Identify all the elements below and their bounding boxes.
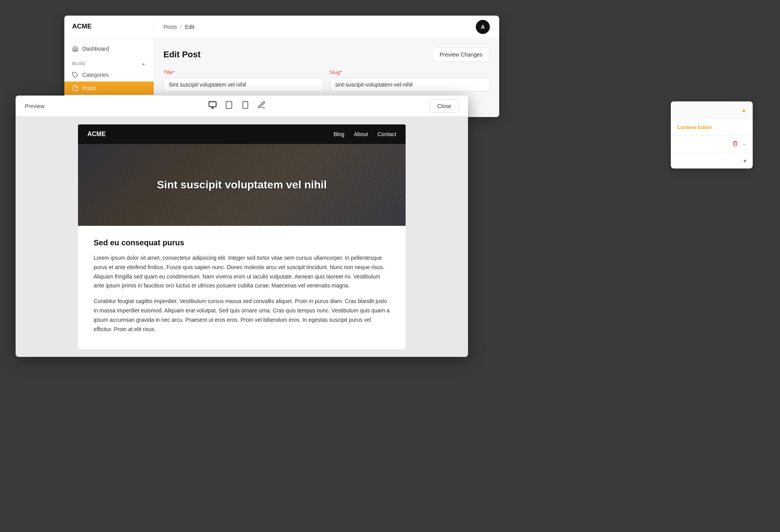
tag-icon (72, 72, 78, 78)
slug-label: Slug* (330, 69, 490, 75)
content-paragraph-1: Lorem ipsum dolor sit amet, consectetur … (94, 254, 390, 291)
right-panel-actions: − (671, 136, 753, 153)
delete-icon[interactable] (732, 140, 738, 148)
slug-required: * (340, 69, 342, 75)
sidebar-logo: ACME (64, 16, 154, 38)
breadcrumb-separator: / (180, 24, 182, 30)
hero: Sint suscipit voluptatem vel nihil (78, 144, 406, 226)
chevron-up-icon: ▲ (142, 61, 146, 66)
chevron-down-icon[interactable]: ▾ (743, 157, 746, 165)
preview-topbar: Preview (16, 96, 468, 117)
breadcrumb-current: Edit (185, 24, 194, 30)
preview-site: ACME Blog About Contact Sint suscipit vo… (78, 124, 406, 349)
preview-label: Preview (25, 103, 44, 109)
tablet-icon[interactable] (225, 101, 233, 111)
hero-title: Sint suscipit voluptatem vel nihil (157, 179, 327, 191)
categories-label: Categories (82, 72, 109, 78)
sidebar-nav: Dashboard BLOG ▲ Categories Posts (64, 38, 154, 99)
title-required: * (173, 69, 175, 75)
right-panel-footer: ▾ (671, 153, 753, 168)
posts-label: Posts (82, 85, 96, 91)
nav-link-about[interactable]: About (354, 131, 368, 137)
mobile-icon[interactable] (241, 101, 250, 111)
title-input[interactable] (163, 78, 324, 92)
site-nav: ACME Blog About Contact (78, 124, 406, 144)
nav-link-blog[interactable]: Blog (333, 131, 344, 137)
slug-input[interactable] (330, 78, 490, 92)
slug-field: Slug* (330, 69, 490, 92)
content-heading: Sed eu consequat purus (94, 238, 390, 247)
pen-icon[interactable] (257, 101, 266, 111)
sidebar-item-categories[interactable]: Categories (64, 68, 154, 82)
preview-window: Preview (16, 96, 468, 357)
content-editor-label: Content Editor (677, 124, 712, 130)
dashboard-label: Dashboard (82, 46, 109, 52)
site-logo: ACME (87, 131, 106, 138)
close-button[interactable]: Close (430, 99, 459, 113)
title-label: Title* (163, 69, 324, 75)
desktop-icon[interactable] (208, 101, 217, 111)
edit-header: Edit Post Preview Changes (163, 48, 490, 62)
avatar[interactable]: A (476, 20, 490, 34)
form-row: Title* Slug* (163, 69, 490, 92)
minus-icon[interactable]: − (742, 141, 746, 148)
file-icon (72, 85, 78, 91)
sidebar-item-posts[interactable]: Posts (64, 82, 154, 95)
sidebar-item-dashboard[interactable]: Dashboard (64, 42, 154, 56)
breadcrumb-parent[interactable]: Posts (163, 24, 177, 30)
preview-body[interactable]: ACME Blog About Contact Sint suscipit vo… (16, 117, 468, 357)
right-panel: ▲ Content Editor − ▾ (671, 101, 753, 168)
right-panel-header: ▲ (671, 101, 753, 119)
sidebar-section-blog: BLOG ▲ (64, 56, 154, 68)
nav-link-contact[interactable]: Contact (378, 131, 396, 137)
site-content: Sed eu consequat purus Lorem ipsum dolor… (78, 226, 406, 349)
chevron-up-icon[interactable]: ▲ (741, 107, 746, 113)
svg-rect-1 (209, 102, 216, 107)
page-title: Edit Post (163, 50, 200, 60)
title-field: Title* (163, 69, 324, 92)
content-editor-section: Content Editor (671, 119, 753, 136)
site-nav-links: Blog About Contact (333, 131, 396, 137)
home-icon (72, 46, 78, 52)
preview-device-icons (208, 101, 266, 111)
content-paragraph-2: Curabitur feugiat sagittis imperdiet. Ve… (94, 297, 390, 334)
preview-changes-button[interactable]: Preview Changes (432, 48, 490, 62)
topbar: Posts / Edit A (154, 16, 499, 38)
breadcrumb: Posts / Edit (163, 24, 194, 30)
